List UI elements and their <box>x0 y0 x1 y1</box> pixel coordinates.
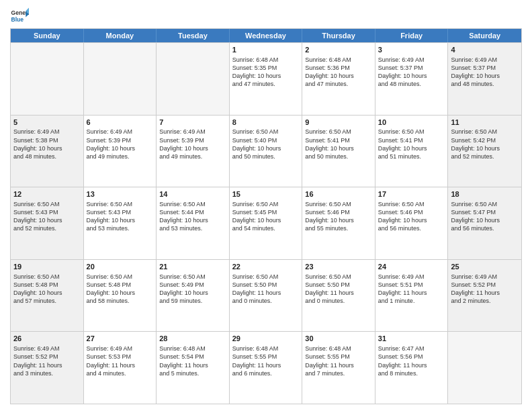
cell-info-line: Daylight: 10 hours <box>305 72 372 80</box>
cell-info-line: Sunset: 5:52 PM <box>451 281 519 289</box>
cal-row-1: 1Sunrise: 6:48 AMSunset: 5:35 PMDaylight… <box>11 42 521 115</box>
cell-info-line: Sunset: 5:55 PM <box>305 353 372 361</box>
cal-row-5: 26Sunrise: 6:49 AMSunset: 5:52 PMDayligh… <box>11 331 521 404</box>
cal-cell-day-24: 24Sunrise: 6:49 AMSunset: 5:51 PMDayligh… <box>375 260 449 332</box>
cell-info-line: Sunset: 5:36 PM <box>305 64 372 72</box>
cell-info-line: and 8 minutes. <box>378 369 445 377</box>
cal-cell-day-4: 4Sunrise: 6:49 AMSunset: 5:37 PMDaylight… <box>448 43 521 115</box>
cell-info-line: and 49 minutes. <box>159 152 226 161</box>
cell-info-line: Sunrise: 6:49 AM <box>451 273 519 281</box>
day-number: 29 <box>232 334 300 344</box>
cell-info-line: Daylight: 10 hours <box>159 216 226 224</box>
day-header-wednesday: Wednesday <box>230 29 303 42</box>
cell-info-line: and 50 minutes. <box>232 152 300 161</box>
cell-info-line: and 0 minutes. <box>232 297 300 305</box>
cell-info-line: and 54 minutes. <box>232 224 300 232</box>
cell-info-line: and 58 minutes. <box>87 297 154 305</box>
cell-info-line: Daylight: 10 hours <box>451 144 519 152</box>
cell-info-line: and 6 minutes. <box>232 369 300 377</box>
cell-info-line: Daylight: 11 hours <box>87 361 154 369</box>
day-header-sunday: Sunday <box>11 29 84 42</box>
cell-info-line: and 57 minutes. <box>13 297 81 305</box>
cal-row-4: 19Sunrise: 6:50 AMSunset: 5:48 PMDayligh… <box>11 259 521 332</box>
cal-cell-day-27: 27Sunrise: 6:49 AMSunset: 5:53 PMDayligh… <box>84 332 157 404</box>
cell-info-line: Sunset: 5:43 PM <box>13 208 81 216</box>
cal-cell-day-13: 13Sunrise: 6:50 AMSunset: 5:43 PMDayligh… <box>84 187 157 259</box>
cell-info-line: Daylight: 10 hours <box>378 144 445 152</box>
day-header-friday: Friday <box>375 29 449 42</box>
cal-cell-day-12: 12Sunrise: 6:50 AMSunset: 5:43 PMDayligh… <box>11 187 84 259</box>
cal-cell-day-17: 17Sunrise: 6:50 AMSunset: 5:46 PMDayligh… <box>375 187 449 259</box>
day-number: 18 <box>451 189 519 199</box>
cell-info-line: Daylight: 11 hours <box>232 289 300 297</box>
cell-info-line: Daylight: 11 hours <box>13 361 81 369</box>
cell-info-line: Sunrise: 6:50 AM <box>451 128 519 136</box>
cell-info-line: Sunrise: 6:50 AM <box>378 200 445 208</box>
cell-info-line: Daylight: 10 hours <box>87 144 154 152</box>
cal-cell-day-8: 8Sunrise: 6:50 AMSunset: 5:40 PMDaylight… <box>230 116 303 187</box>
cell-info-line: Sunset: 5:47 PM <box>451 208 519 216</box>
cell-info-line: and 53 minutes. <box>87 224 154 232</box>
day-number: 10 <box>378 118 445 128</box>
day-number: 31 <box>378 334 445 344</box>
cell-info-line: Sunset: 5:46 PM <box>305 208 372 216</box>
day-number: 27 <box>87 334 154 344</box>
cell-info-line: and 55 minutes. <box>305 224 372 232</box>
cal-cell-empty <box>448 332 521 404</box>
cell-info-line: Daylight: 10 hours <box>87 216 154 224</box>
cell-info-line: Daylight: 11 hours <box>159 361 226 369</box>
cal-cell-day-7: 7Sunrise: 6:49 AMSunset: 5:39 PMDaylight… <box>157 116 230 187</box>
header: General Blue <box>10 7 522 26</box>
cell-info-line: and 52 minutes. <box>451 152 519 161</box>
cal-cell-day-25: 25Sunrise: 6:49 AMSunset: 5:52 PMDayligh… <box>448 260 521 332</box>
cell-info-line: Daylight: 11 hours <box>378 361 445 369</box>
cell-info-line: Sunrise: 6:50 AM <box>305 273 372 281</box>
cal-cell-day-10: 10Sunrise: 6:50 AMSunset: 5:41 PMDayligh… <box>375 116 449 187</box>
cell-info-line: Sunset: 5:48 PM <box>13 281 81 289</box>
cell-info-line: Sunrise: 6:50 AM <box>13 200 81 208</box>
day-number: 6 <box>87 118 154 128</box>
cell-info-line: Sunrise: 6:50 AM <box>232 200 300 208</box>
cal-cell-day-21: 21Sunrise: 6:50 AMSunset: 5:49 PMDayligh… <box>157 260 230 332</box>
cal-cell-day-9: 9Sunrise: 6:50 AMSunset: 5:41 PMDaylight… <box>302 116 375 187</box>
cell-info-line: Daylight: 11 hours <box>451 289 519 297</box>
cell-info-line: and 7 minutes. <box>305 369 372 377</box>
cal-cell-day-18: 18Sunrise: 6:50 AMSunset: 5:47 PMDayligh… <box>448 187 521 259</box>
cell-info-line: Sunset: 5:48 PM <box>87 281 154 289</box>
cell-info-line: Sunrise: 6:50 AM <box>378 128 445 136</box>
cal-cell-empty <box>84 43 157 115</box>
cell-info-line: Daylight: 10 hours <box>451 72 519 80</box>
cell-info-line: Sunset: 5:44 PM <box>159 208 226 216</box>
cell-info-line: Sunset: 5:52 PM <box>13 353 81 361</box>
cell-info-line: and 49 minutes. <box>87 152 154 161</box>
logo-icon: General Blue <box>10 7 29 26</box>
cell-info-line: Sunrise: 6:48 AM <box>305 56 372 64</box>
cell-info-line: Sunrise: 6:49 AM <box>13 345 81 353</box>
cell-info-line: Sunset: 5:42 PM <box>451 136 519 144</box>
cell-info-line: and 51 minutes. <box>378 152 445 161</box>
day-number: 26 <box>13 334 81 344</box>
day-header-thursday: Thursday <box>302 29 375 42</box>
cell-info-line: Sunset: 5:41 PM <box>305 136 372 144</box>
cal-cell-day-1: 1Sunrise: 6:48 AMSunset: 5:35 PMDaylight… <box>230 43 303 115</box>
cell-info-line: Sunrise: 6:50 AM <box>13 273 81 281</box>
cell-info-line: and 53 minutes. <box>159 224 226 232</box>
cal-cell-day-14: 14Sunrise: 6:50 AMSunset: 5:44 PMDayligh… <box>157 187 230 259</box>
svg-text:Blue: Blue <box>11 16 24 23</box>
cal-row-2: 5Sunrise: 6:49 AMSunset: 5:38 PMDaylight… <box>11 115 521 187</box>
day-number: 21 <box>159 262 226 272</box>
cell-info-line: and 0 minutes. <box>305 297 372 305</box>
day-number: 14 <box>159 189 226 199</box>
cell-info-line: Sunset: 5:43 PM <box>87 208 154 216</box>
cell-info-line: Daylight: 11 hours <box>378 289 445 297</box>
day-number: 4 <box>451 45 519 55</box>
cal-cell-day-16: 16Sunrise: 6:50 AMSunset: 5:46 PMDayligh… <box>302 187 375 259</box>
day-number: 7 <box>159 118 226 128</box>
day-header-tuesday: Tuesday <box>157 29 230 42</box>
page: General Blue SundayMondayTuesdayWednesda… <box>0 0 532 411</box>
cell-info-line: Sunrise: 6:49 AM <box>451 56 519 64</box>
day-number: 19 <box>13 262 81 272</box>
cal-cell-day-15: 15Sunrise: 6:50 AMSunset: 5:45 PMDayligh… <box>230 187 303 259</box>
cell-info-line: Sunset: 5:35 PM <box>232 64 300 72</box>
cell-info-line: and 48 minutes. <box>13 152 81 161</box>
